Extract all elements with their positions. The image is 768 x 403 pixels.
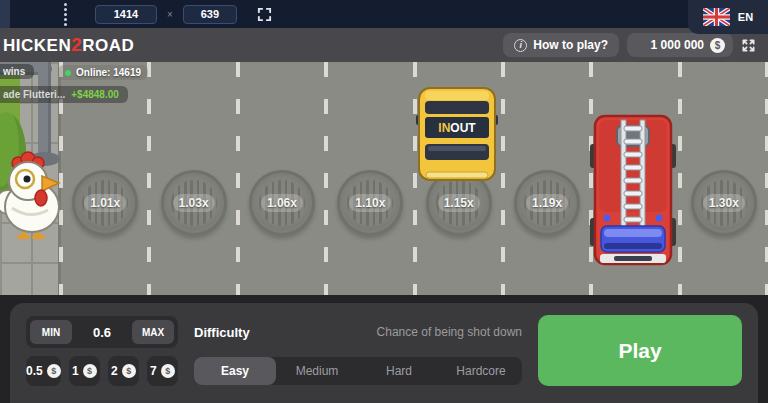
ticker-win-amount: +$4848.00 (71, 89, 119, 100)
online-status: Online: 14619 (58, 65, 148, 80)
fullscreen-bracket-icon[interactable] (257, 7, 272, 22)
manhole-multiplier: 1.30x (691, 170, 757, 236)
viewport-height-input[interactable]: 639 (183, 5, 237, 24)
tab-hardcore[interactable]: Hardcore (440, 357, 522, 385)
quick-bet-0.5-button[interactable]: 0.5$ (26, 356, 61, 386)
traffic-pole (38, 62, 51, 160)
drag-handle-icon[interactable] (64, 3, 67, 26)
how-to-play-label: How to play? (533, 38, 608, 52)
game-header: HICKEN2ROAD i How to play? 1 000 000 $ (0, 28, 768, 62)
ticker-username: ade Flutteri... (3, 89, 65, 100)
uk-flag-icon (703, 8, 730, 26)
max-bet-button[interactable]: MAX (132, 320, 174, 344)
viewport-width-input[interactable]: 1414 (95, 5, 157, 24)
control-panel: MIN 0.6 MAX Difficulty Chance of being s… (10, 303, 758, 403)
expand-fullscreen-icon[interactable] (741, 38, 756, 53)
chicken-road-game-window: 1414 × 639 EN HICKEN2ROAD i How to play? (0, 0, 768, 403)
coin-icon: $ (161, 364, 175, 378)
min-bet-button[interactable]: MIN (30, 320, 72, 344)
manhole-multiplier: 1.10x (337, 170, 403, 236)
online-dot-icon (65, 70, 71, 76)
tab-easy[interactable]: Easy (194, 357, 276, 385)
toolbar-accent-strip (0, 0, 10, 28)
game-board: 1.01x 1.03x 1.06x 1.10x 1.15x 1.19x 1.30… (0, 62, 768, 295)
difficulty-tabs: Easy Medium Hard Hardcore (194, 357, 522, 385)
bet-amount-box: MIN 0.6 MAX (26, 316, 178, 348)
manhole-multiplier: 1.01x (72, 170, 138, 236)
chance-label: Chance of being shot down (377, 325, 522, 339)
difficulty-header: Difficulty Chance of being shot down (194, 325, 522, 340)
lane-4: 1.10x (326, 62, 414, 295)
how-to-play-button[interactable]: i How to play? (503, 33, 619, 57)
quick-bet-7-button[interactable]: 7$ (147, 356, 178, 386)
language-code: EN (738, 11, 753, 23)
top-toolbar: 1414 × 639 (0, 0, 768, 28)
game-logo: HICKEN2ROAD (3, 34, 134, 56)
lane-6: 1.19x (503, 62, 591, 295)
quick-bet-row: 0.5$ 1$ 2$ 7$ (26, 356, 178, 386)
online-count: Online: 14619 (76, 67, 141, 78)
balance-display: 1 000 000 $ (627, 33, 733, 57)
dimension-separator: × (167, 9, 173, 20)
fire-truck (590, 114, 676, 266)
coin-icon: $ (47, 364, 61, 378)
taxi-car: INOUT (416, 86, 498, 182)
lane-8: 1.30x (680, 62, 768, 295)
lane-3: 1.06x (238, 62, 326, 295)
tab-hard[interactable]: Hard (358, 357, 440, 385)
quick-bet-1-button[interactable]: 1$ (69, 356, 100, 386)
win-ticker: ade Flutteri... +$4848.00 (0, 86, 128, 103)
svg-text:INOUT: INOUT (438, 121, 476, 135)
coin-icon: $ (122, 364, 136, 378)
balance-value: 1 000 000 (651, 38, 704, 52)
manhole-multiplier: 1.06x (249, 170, 315, 236)
wins-toggle[interactable]: wins (0, 64, 34, 79)
bet-amount-input[interactable]: 0.6 (72, 325, 132, 340)
lane-2: 1.03x (149, 62, 237, 295)
coin-icon: $ (83, 364, 97, 378)
play-button[interactable]: Play (538, 315, 742, 386)
coin-icon: $ (710, 38, 725, 53)
manhole-multiplier: 1.19x (514, 170, 580, 236)
chicken-character (0, 150, 64, 242)
quick-bet-2-button[interactable]: 2$ (108, 356, 139, 386)
language-selector[interactable]: EN (688, 0, 768, 34)
info-icon: i (514, 39, 527, 52)
difficulty-label: Difficulty (194, 325, 250, 340)
tab-medium[interactable]: Medium (276, 357, 358, 385)
manhole-multiplier: 1.03x (161, 170, 227, 236)
bottom-area: MIN 0.6 MAX Difficulty Chance of being s… (0, 295, 768, 403)
